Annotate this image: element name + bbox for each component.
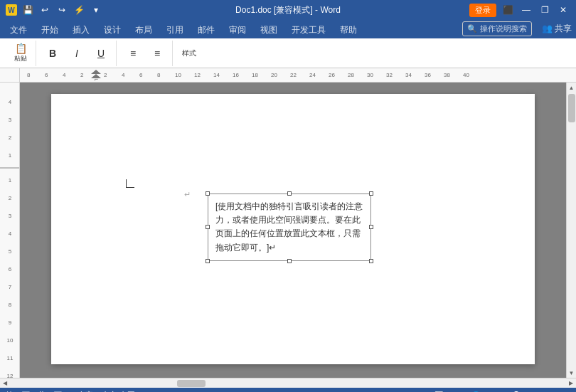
paragraph-mark: ↵ <box>184 190 191 199</box>
status-bar: 第 1 页，共 1 页 0 个字 中文(中国) ⬜ 📖 🌐 100% <box>0 388 576 392</box>
bold-btn[interactable]: B <box>42 47 63 60</box>
svg-text:4: 4 <box>9 99 12 105</box>
status-left: 第 1 页，共 1 页 0 个字 中文(中国) <box>6 390 138 393</box>
web-layout-btn[interactable]: 🌐 <box>469 388 482 392</box>
search-commands-box[interactable]: 🔍 操作说明搜索 <box>462 21 532 36</box>
align-left-btn[interactable]: ≡ <box>122 47 144 60</box>
scroll-down-btn[interactable]: ▼ <box>567 368 577 378</box>
tab-help[interactable]: 帮助 <box>333 21 364 38</box>
page-info: 第 1 页，共 1 页 <box>6 390 62 393</box>
v-ruler-marks: 4 3 2 1 1 2 3 4 5 6 7 8 9 10 11 12 <box>0 83 20 378</box>
horizontal-scrollbar[interactable]: ◀ ▶ <box>0 378 576 388</box>
title-bar-left: W 💾 ↩ ↪ ⚡ ▾ <box>6 4 102 16</box>
tab-mailings[interactable]: 邮件 <box>191 21 222 38</box>
italic-btn[interactable]: I <box>66 47 87 60</box>
tab-home[interactable]: 开始 <box>34 21 65 38</box>
handle-tr[interactable] <box>369 191 373 196</box>
search-commands-label: 操作说明搜索 <box>480 23 527 34</box>
main-area: 4 3 2 1 1 2 3 4 5 6 7 8 9 10 11 12 ↵ <box>0 83 576 378</box>
tab-view[interactable]: 视图 <box>253 21 284 38</box>
scroll-up-btn[interactable]: ▲ <box>567 83 577 92</box>
vertical-scrollbar[interactable]: ▲ ▼ <box>566 83 576 378</box>
document-page: ↵ [使用文档中的独特引言吸引读者的注意力，或者使用此空间强调要点。要在此页面上… <box>51 94 535 364</box>
customize-qat-btn[interactable]: ▾ <box>90 4 102 16</box>
ruler-track: 8 6 4 2 2 4 6 8 10 12 14 16 18 20 22 24 … <box>20 68 576 82</box>
svg-text:4: 4 <box>9 231 12 237</box>
svg-text:30: 30 <box>367 72 373 78</box>
ribbon-display-btn[interactable]: ⬛ <box>501 3 515 17</box>
read-mode-btn[interactable]: 📖 <box>451 388 464 392</box>
svg-text:3: 3 <box>9 213 12 219</box>
login-button[interactable]: 登录 <box>469 4 496 17</box>
undo-qat-btn[interactable]: ↩ <box>38 4 51 16</box>
document-area[interactable]: ↵ [使用文档中的独特引言吸引读者的注意力，或者使用此空间强调要点。要在此页面上… <box>20 83 566 378</box>
svg-text:8: 8 <box>157 72 161 78</box>
align-center-btn[interactable]: ≡ <box>146 47 168 60</box>
save-qat-btn[interactable]: 💾 <box>21 4 34 16</box>
ribbon-content: 📋 粘贴 B I U ≡ ≡ 样式 <box>0 38 576 68</box>
tab-insert[interactable]: 插入 <box>65 21 97 38</box>
title-bar: W 💾 ↩ ↪ ⚡ ▾ Doc1.doc [兼容模式] - Word 登录 ⬛ … <box>0 0 576 20</box>
restore-btn[interactable]: ❐ <box>538 3 552 17</box>
svg-text:24: 24 <box>309 72 316 78</box>
search-icon: 🔍 <box>467 24 477 33</box>
share-button[interactable]: 👥 共享 <box>538 21 576 36</box>
text-box[interactable]: [使用文档中的独特引言吸引读者的注意力，或者使用此空间强调要点。要在此页面上的任… <box>208 194 371 261</box>
paste-icon: 📋 <box>15 43 27 53</box>
tab-developer[interactable]: 开发工具 <box>284 21 333 38</box>
svg-text:4: 4 <box>122 72 125 78</box>
tab-review[interactable]: 审阅 <box>222 21 253 38</box>
underline-btn[interactable]: U <box>90 47 112 60</box>
handle-bl[interactable] <box>206 259 210 263</box>
svg-text:8: 8 <box>27 72 31 78</box>
ribbon-tab-bar: 文件 开始 插入 设计 布局 引用 邮件 审阅 视图 开发工具 帮助 🔍 操作说… <box>0 20 576 38</box>
scroll-left-btn[interactable]: ◀ <box>0 378 10 388</box>
svg-text:7: 7 <box>9 284 12 290</box>
handle-br[interactable] <box>369 259 373 263</box>
tab-layout[interactable]: 布局 <box>128 21 159 38</box>
language: 中文(中国) <box>102 390 138 393</box>
minimize-btn[interactable]: — <box>519 3 533 17</box>
svg-text:36: 36 <box>425 72 431 78</box>
quick-print-btn[interactable]: ⚡ <box>73 4 85 16</box>
redo-qat-btn[interactable]: ↪ <box>55 4 68 16</box>
scroll-right-btn[interactable]: ▶ <box>566 378 576 388</box>
svg-text:22: 22 <box>290 72 297 78</box>
paste-label: 粘贴 <box>14 54 27 63</box>
tab-file[interactable]: 文件 <box>3 21 34 38</box>
bold-icon: B <box>49 48 56 58</box>
paste-btn[interactable]: 📋 粘贴 <box>10 42 31 65</box>
svg-text:18: 18 <box>252 72 258 78</box>
handle-ml[interactable] <box>206 225 210 229</box>
handle-bm[interactable] <box>287 259 292 263</box>
tab-design[interactable]: 设计 <box>97 21 128 38</box>
scroll-h-track[interactable] <box>10 378 566 388</box>
svg-text:6: 6 <box>139 72 143 78</box>
vertical-ruler: 4 3 2 1 1 2 3 4 5 6 7 8 9 10 11 12 <box>0 83 20 378</box>
tab-references[interactable]: 引用 <box>159 21 191 38</box>
text-box-content: [使用文档中的独特引言吸引读者的注意力，或者使用此空间强调要点。要在此页面上的任… <box>215 201 363 253</box>
underline-icon: U <box>97 48 105 58</box>
svg-text:8: 8 <box>9 302 12 308</box>
close-btn[interactable]: ✕ <box>556 3 570 17</box>
print-layout-btn[interactable]: ⬜ <box>432 388 445 392</box>
share-icon: 👥 <box>542 23 553 33</box>
align-left-icon: ≡ <box>130 48 136 58</box>
scroll-v-thumb[interactable] <box>568 94 575 122</box>
svg-text:4: 4 <box>63 72 66 78</box>
handle-mr[interactable] <box>369 225 373 229</box>
svg-text:9: 9 <box>9 319 12 326</box>
paragraph-cursor <box>126 179 134 188</box>
svg-text:26: 26 <box>329 72 335 78</box>
italic-icon: I <box>75 48 78 58</box>
title-bar-title: Doc1.doc [兼容模式] - Word <box>235 4 341 16</box>
handle-tm[interactable] <box>287 191 292 196</box>
svg-text:28: 28 <box>348 72 354 78</box>
svg-text:2: 2 <box>104 72 107 78</box>
scroll-h-thumb[interactable] <box>177 380 206 387</box>
handle-tl[interactable] <box>206 191 210 196</box>
styles-gallery-btn[interactable]: 样式 <box>178 47 200 60</box>
styles-label: 样式 <box>182 48 196 58</box>
word-app-icon: W <box>6 4 17 16</box>
svg-text:5: 5 <box>9 248 12 255</box>
